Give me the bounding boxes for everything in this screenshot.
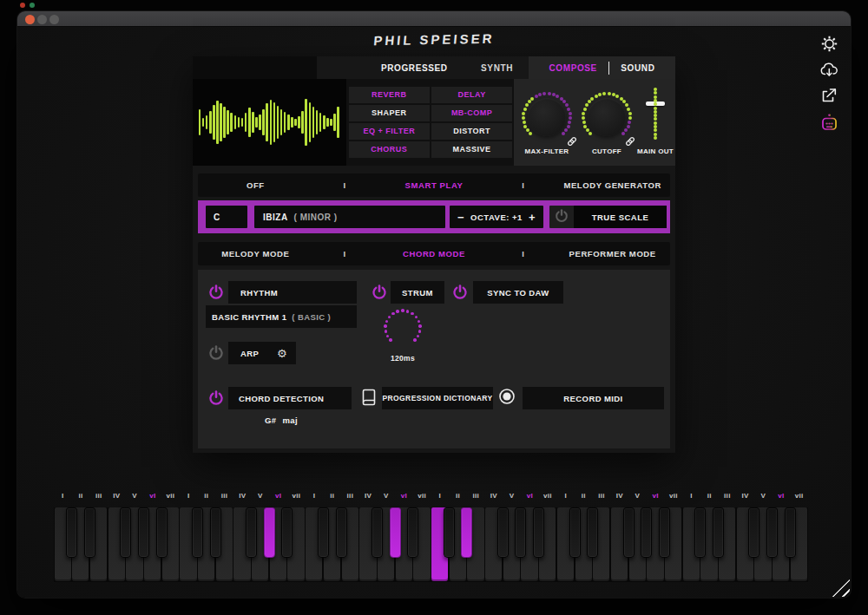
black-key[interactable] [694,507,706,558]
play-mode-row: OFFISMART PLAYIMELODY GENERATOR [198,173,670,197]
black-key[interactable] [569,507,581,558]
knob-dot [562,132,565,135]
strum-button[interactable]: STRUM [391,281,444,304]
black-key[interactable] [659,507,670,558]
black-key[interactable] [138,507,149,558]
black-key[interactable] [84,507,95,558]
fx-button-delay[interactable]: DELAY [431,87,512,103]
rhythm-preset-selector[interactable]: BASIC RHYTHM 1 ( BASIC ) [206,305,357,328]
fx-button-shaper[interactable]: SHAPER [349,105,430,121]
chord-detection-button[interactable]: CHORD DETECTION [228,387,352,409]
window-resize-handle[interactable] [825,572,850,597]
black-key[interactable] [533,507,544,558]
knob-dot [585,103,589,107]
record-midi-button[interactable]: RECORD MIDI [523,387,664,409]
black-key[interactable] [785,507,796,558]
black-key[interactable] [210,507,221,558]
black-key[interactable] [66,507,77,558]
waveform-bar [266,103,268,141]
black-key[interactable] [587,507,598,558]
rhythm-button[interactable]: RHYTHM [228,281,357,304]
knob-dot [418,330,421,332]
cutoff-knob[interactable] [588,98,626,136]
dictionary-book-icon[interactable] [360,388,378,411]
fx-button-massive[interactable]: MASSIVE [431,141,512,158]
black-key[interactable] [318,507,329,558]
max-filter-link-icon[interactable] [567,134,577,150]
window-titlebar[interactable] [17,11,851,27]
black-key[interactable] [444,507,455,558]
black-key[interactable] [390,507,401,558]
true-scale-power-icon[interactable] [555,209,570,225]
black-key[interactable] [336,507,347,558]
tab-sound[interactable]: SOUND [621,63,654,73]
cloud-download-icon[interactable] [820,62,838,77]
progression-dictionary-button[interactable]: PROGRESSION DICTIONARY [382,387,493,409]
play-mode-melody-generator[interactable]: MELODY GENERATOR [555,180,670,190]
perf-mode-performer-mode[interactable]: PERFORMER MODE [555,249,670,258]
close-button[interactable] [25,15,35,24]
zoom-button[interactable] [49,15,59,24]
black-key[interactable] [246,507,257,558]
sync-to-daw-power-button[interactable] [452,285,468,300]
octave-plus-button[interactable]: + [523,211,542,224]
share-export-icon[interactable] [821,88,838,103]
sync-to-daw-button[interactable]: SYNC TO DAW [473,281,563,304]
black-key[interactable] [766,507,778,558]
tab-compose[interactable]: COMPOSE [549,63,597,73]
black-key[interactable] [372,507,383,558]
fx-button-eq-filter[interactable]: EQ + FILTER [349,123,430,140]
waveform-bar [309,102,312,142]
arp-settings-gear-icon[interactable]: ⚙ [277,347,287,360]
rhythm-power-button[interactable] [208,285,224,300]
tab-synth[interactable]: SYNTH [481,63,513,73]
knob-dot [526,128,529,132]
knob-dot [396,310,398,312]
black-key[interactable] [461,507,472,558]
assistant-robot-icon[interactable] [819,114,840,132]
arp-power-button[interactable] [208,345,224,361]
knob-dot [411,312,413,315]
black-key[interactable] [748,507,760,558]
strum-power-button[interactable] [372,285,387,300]
waveform-bar [312,107,315,138]
knob-dot [530,97,534,101]
black-key[interactable] [120,507,131,558]
cutoff-link-icon[interactable] [625,134,635,150]
fx-button-mb-comp[interactable]: MB-COMP [431,105,512,121]
play-mode-off[interactable]: OFF [198,180,313,190]
perf-mode-melody-mode[interactable]: MELODY MODE [198,249,313,258]
black-key[interactable] [623,507,635,558]
black-key[interactable] [713,507,724,558]
scale-selector[interactable]: IBIZA ( MINOR ) [254,206,445,228]
octave-minus-button[interactable]: − [451,211,470,224]
fx-button-chorus[interactable]: CHORUS [349,141,430,158]
record-circle-icon[interactable] [498,388,516,409]
play-mode-smart-play[interactable]: SMART PLAY [377,180,492,190]
black-key[interactable] [281,507,293,558]
settings-gear-icon[interactable] [821,36,838,52]
scale-degree-label: I [556,492,575,500]
perf-mode-chord-mode[interactable]: CHORD MODE [377,249,492,258]
black-key[interactable] [515,507,526,558]
black-key[interactable] [264,507,275,558]
black-key[interactable] [192,507,203,558]
tab-progressed[interactable]: PROGRESSED [381,63,448,73]
max-filter-knob[interactable] [528,98,566,136]
arp-button[interactable]: ARP ⚙ [228,342,296,364]
scale-type: ( MINOR ) [294,213,338,222]
black-key[interactable] [497,507,509,558]
true-scale-button[interactable]: TRUE SCALE [574,206,667,228]
root-note-selector[interactable]: C [206,206,247,228]
black-key[interactable] [156,507,168,558]
black-key[interactable] [407,507,418,558]
black-key[interactable] [641,507,652,558]
fx-button-distort[interactable]: DISTORT [431,123,512,140]
strum-knob[interactable] [377,302,429,354]
fx-button-reverb[interactable]: REVERB [349,87,430,103]
knob-dot [523,121,526,124]
waveform-bar [294,119,297,126]
chord-detection-power-button[interactable] [208,390,224,406]
minimize-button[interactable] [37,15,47,24]
scale-degree-label: V [126,492,144,500]
